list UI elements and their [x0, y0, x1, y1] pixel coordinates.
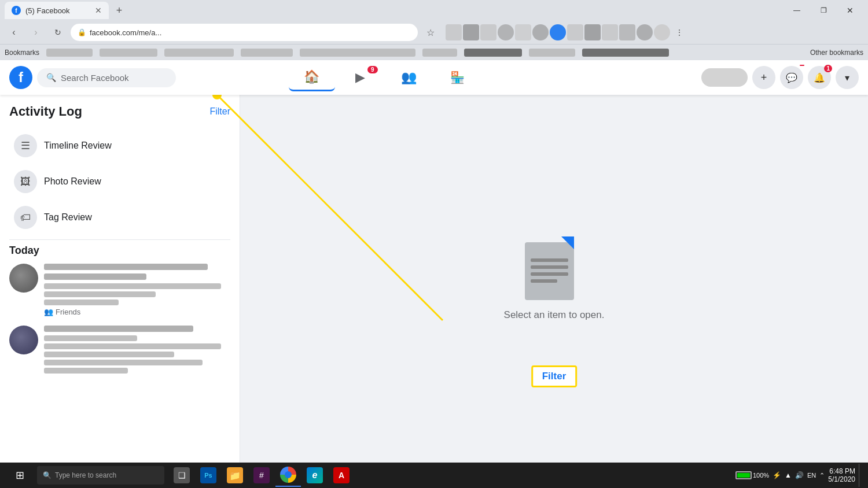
menu-button[interactable]: ▾ — [836, 66, 859, 89]
activity-content-2 — [44, 326, 230, 376]
left-sidebar: Activity Log Filter ☰ Timeline Review 🖼 … — [0, 95, 240, 463]
close-button[interactable]: ✕ — [837, 2, 863, 19]
taskbar: ⊞ 🔍 Type here to search ❑ Ps 📁 # e A — [0, 463, 868, 488]
notifications-button[interactable]: 🔔 1 — [808, 66, 831, 89]
address-text: facebook.com/me/a... — [90, 28, 411, 37]
photo-review-icon: 🖼 — [14, 170, 37, 193]
browser-toolbar: ‹ › ↻ 🔒 facebook.com/me/a... ☆ ⋮ — [0, 21, 868, 44]
forward-button[interactable]: › — [27, 23, 45, 42]
keyboard-icon: EN — [807, 472, 816, 479]
activity-content-1: 👥 Friends — [44, 264, 230, 316]
task-view-button[interactable]: ❑ — [169, 464, 194, 487]
create-button[interactable]: + — [752, 66, 775, 89]
tag-review-icon: 🏷 — [14, 206, 37, 229]
date-display: 5/1/2020 — [828, 475, 855, 483]
activity-item-1[interactable]: 👥 Friends — [9, 264, 230, 316]
empty-state-text: Select an item to open. — [504, 309, 605, 321]
messenger-button[interactable]: 💬 — [780, 66, 803, 89]
photo-review-label: Photo Review — [44, 176, 101, 187]
filter-link[interactable]: Filter — [209, 106, 230, 117]
refresh-button[interactable]: ↻ — [49, 23, 67, 42]
main-content: Activity Log Filter ☰ Timeline Review 🖼 … — [0, 95, 868, 463]
slack-app[interactable]: # — [249, 464, 274, 487]
header-right: + 💬 🔔 1 ▾ — [701, 66, 859, 89]
tab-close[interactable]: ✕ — [95, 6, 102, 15]
browser-titlebar: f (5) Facebook ✕ + — ❐ ✕ — [0, 0, 868, 21]
browser-tab[interactable]: f (5) Facebook ✕ — [5, 2, 109, 19]
system-tray[interactable]: ⌃ — [819, 472, 825, 479]
edge-app[interactable]: e — [302, 464, 328, 487]
activity-privacy-1: Friends — [56, 308, 80, 316]
bookmarks-label[interactable]: Bookmarks — [5, 49, 39, 57]
extensions-area: ⋮ — [446, 24, 687, 40]
fb-nav: 🏠 ▶ 9 👥 🏪 — [289, 64, 481, 91]
timeline-review-label: Timeline Review — [44, 141, 112, 151]
search-placeholder: Search Facebook — [61, 73, 129, 83]
sound-icon[interactable]: 🔊 — [795, 471, 804, 479]
window-controls: — ❐ ✕ — [784, 2, 863, 19]
network-icon[interactable]: ▲ — [785, 471, 792, 479]
fb-logo[interactable]: f — [9, 66, 32, 89]
messenger-badge — [800, 65, 804, 66]
friends-nav-item[interactable]: 👥 — [386, 64, 432, 91]
sidebar-divider — [9, 239, 230, 240]
power-icon: ⚡ — [773, 471, 781, 479]
search-bar[interactable]: 🔍 Search Facebook — [37, 68, 176, 87]
notifications-badge: 1 — [824, 65, 832, 72]
fb-header: f 🔍 Search Facebook 🏠 ▶ 9 👥 🏪 + 💬 🔔 1 ▾ — [0, 60, 868, 95]
annotation-filter-box: Filter — [531, 365, 578, 387]
main-area: Select an item to open. Filter — [240, 95, 868, 463]
other-bookmarks-label[interactable]: Other bookmarks — [810, 49, 863, 57]
system-icons: ⚡ ▲ 🔊 EN — [773, 471, 816, 479]
watch-badge: 9 — [367, 66, 378, 73]
minimize-button[interactable]: — — [784, 2, 810, 19]
lock-icon: 🔒 — [78, 28, 86, 36]
bookmark-star[interactable]: ☆ — [421, 23, 440, 42]
taskbar-apps: ❑ Ps 📁 # e A — [169, 464, 354, 487]
sidebar-item-photo-review[interactable]: 🖼 Photo Review — [9, 164, 230, 199]
watch-nav-item[interactable]: ▶ 9 — [337, 64, 384, 91]
back-button[interactable]: ‹ — [5, 23, 23, 42]
windows-icon: ⊞ — [16, 469, 24, 482]
taskbar-right: 100% ⚡ ▲ 🔊 EN ⌃ 6:48 PM 5/1/2020 — [735, 464, 863, 487]
bookmarks-bar: Bookmarks Other bookmarks — [0, 44, 868, 60]
activity-item-2[interactable] — [9, 326, 230, 376]
tag-review-label: Tag Review — [44, 212, 92, 223]
photoshop-app[interactable]: Ps — [196, 464, 221, 487]
start-button[interactable]: ⊞ — [5, 464, 35, 487]
empty-state-icon — [525, 236, 583, 300]
acrobat-app[interactable]: A — [329, 464, 354, 487]
tab-title: (5) Facebook — [25, 6, 90, 15]
sidebar-item-tag-review[interactable]: 🏷 Tag Review — [9, 200, 230, 235]
avatar-2 — [9, 326, 38, 354]
activity-meta-1: 👥 Friends — [44, 308, 230, 316]
file-explorer-app[interactable]: 📁 — [222, 464, 248, 487]
today-label: Today — [9, 245, 230, 257]
taskbar-search-text: Type here to search — [55, 471, 116, 479]
empty-state: Select an item to open. — [504, 236, 605, 321]
avatar-1 — [9, 264, 38, 293]
home-nav-item[interactable]: 🏠 — [289, 64, 335, 91]
time-display: 6:48 PM — [828, 467, 855, 475]
today-section: Today 👥 Friends — [9, 245, 230, 376]
marketplace-nav-item[interactable]: 🏪 — [435, 64, 481, 91]
new-tab-button[interactable]: + — [111, 2, 127, 19]
taskbar-search-icon: 🔍 — [43, 471, 52, 479]
tab-favicon: f — [12, 6, 21, 15]
chrome-app[interactable] — [275, 464, 301, 487]
maximize-button[interactable]: ❐ — [810, 2, 837, 19]
timeline-review-icon: ☰ — [14, 134, 37, 157]
address-bar[interactable]: 🔒 facebook.com/me/a... — [71, 24, 418, 41]
activity-log-title: Activity Log — [9, 104, 82, 119]
search-icon: 🔍 — [46, 73, 56, 82]
sidebar-item-timeline-review[interactable]: ☰ Timeline Review — [9, 128, 230, 163]
taskbar-search[interactable]: 🔍 Type here to search — [37, 466, 164, 485]
show-desktop-button[interactable] — [859, 464, 863, 487]
svg-line-0 — [217, 95, 443, 320]
battery-indicator: 100% — [735, 471, 769, 479]
clock[interactable]: 6:48 PM 5/1/2020 — [828, 467, 855, 483]
activity-log-header: Activity Log Filter — [9, 104, 230, 119]
